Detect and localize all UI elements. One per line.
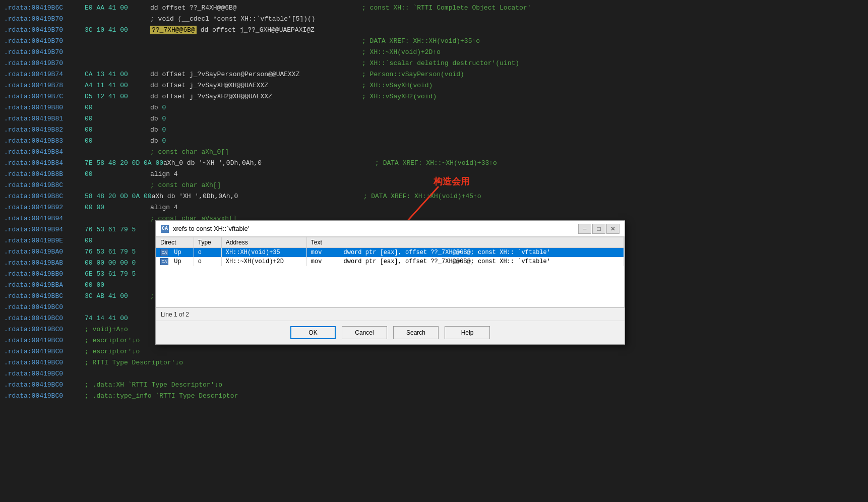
cell-type: o (194, 257, 221, 266)
disasm-line[interactable]: .rdata:00419B70 ; XH::`scalar deleting d… (0, 57, 868, 69)
dialog-buttons: OK Cancel Search Help (156, 321, 625, 344)
disasm-line[interactable]: .rdata:00419B92 00 00 align 4 (0, 202, 868, 213)
disasm-line[interactable]: .rdata:00419B8C 58 48 20 0D 0A 00 aXh db… (0, 191, 868, 202)
disasm-line[interactable]: .rdata:00419BC0 (0, 368, 868, 379)
disasm-line[interactable]: .rdata:00419B84 ; const char aXh_0[] (0, 146, 868, 157)
col-direct: Direct (156, 237, 194, 248)
disasm-line[interactable]: .rdata:00419B70 ; DATA XREF: XH::XH(void… (0, 35, 868, 46)
disasm-line[interactable]: .rdata:00419B78 A4 11 41 00 dd offset j_… (0, 80, 868, 91)
row-icon: CA (160, 249, 168, 256)
row-icon: CA (160, 258, 168, 265)
cancel-button[interactable]: Cancel (342, 326, 387, 339)
dialog-window-controls: – □ ✕ (578, 224, 619, 234)
col-address: Address (221, 237, 306, 248)
disasm-line[interactable]: .rdata:00419BC0 ; .data:type_info `RTTI … (0, 390, 868, 401)
cell-direction: CA Up (156, 248, 194, 258)
xrefs-table-container: Direct Type Address Text CA Up o XH::XH(… (156, 237, 625, 307)
minimize-button[interactable]: – (578, 224, 591, 234)
disasm-line[interactable]: .rdata:00419B6C E0 AA 41 00 dd offset ??… (0, 2, 868, 13)
close-button[interactable]: ✕ (606, 224, 619, 234)
cell-direction: CA Up (156, 257, 194, 266)
disasm-line[interactable]: .rdata:00419B80 00 db 0 (0, 102, 868, 113)
disasm-line[interactable]: .rdata:00419B81 00 db 0 (0, 113, 868, 124)
disasm-line[interactable]: .rdata:00419BC0 ; escriptor'↓o (0, 346, 868, 357)
cell-address: XH::~XH(void)+2D (221, 257, 306, 266)
disasm-line[interactable]: .rdata:00419BC0 ; RTTI Type Descriptor'↓… (0, 357, 868, 368)
dialog-statusbar: Line 1 of 2 (156, 307, 625, 321)
table-header-row: Direct Type Address Text (156, 237, 624, 248)
cell-text: mov dword ptr [eax], offset ??_7XH@@6B@;… (306, 257, 624, 266)
table-row[interactable]: CA Up o XH::~XH(void)+2D mov dword ptr [… (156, 257, 624, 266)
disasm-line[interactable]: .rdata:00419B82 00 db 0 (0, 124, 868, 135)
disasm-line[interactable]: .rdata:00419BC0 ; .data:XH `RTTI Type De… (0, 379, 868, 390)
search-button[interactable]: Search (393, 326, 439, 339)
highlighted-token: ??_7XH@@6B@ (150, 26, 197, 34)
disasm-line[interactable]: .rdata:00419B74 CA 13 41 00 dd offset j_… (0, 69, 868, 80)
disasm-line[interactable]: .rdata:00419B84 7E 58 48 20 0D 0A 00 aXh… (0, 157, 868, 168)
col-text: Text (306, 237, 624, 248)
disasm-line[interactable]: .rdata:00419B7C D5 12 41 00 dd offset j_… (0, 91, 868, 102)
disasm-line[interactable]: .rdata:00419B70 ; XH::~XH(void)+2D↑o (0, 46, 868, 57)
disasm-line[interactable]: .rdata:00419B83 00 db 0 (0, 135, 868, 146)
disasm-line[interactable]: .rdata:00419B70 3C 10 41 00 ??_7XH@@6B@ … (0, 24, 868, 35)
col-type: Type (194, 237, 221, 248)
xrefs-table: Direct Type Address Text CA Up o XH::XH(… (156, 237, 624, 266)
dialog-titlebar: CA xrefs to const XH::`vftable' – □ ✕ (156, 221, 625, 237)
maximize-button[interactable]: □ (592, 224, 605, 234)
cell-address: XH::XH(void)+35 (221, 248, 306, 258)
disasm-line[interactable]: .rdata:00419B70 ; void (__cdecl *const X… (0, 13, 868, 24)
help-button[interactable]: Help (445, 326, 490, 339)
table-row[interactable]: CA Up o XH::XH(void)+35 mov dword ptr [e… (156, 248, 624, 258)
status-text: Line 1 of 2 (161, 311, 189, 318)
dialog-title: xrefs to const XH::`vftable' (173, 225, 249, 232)
xrefs-dialog: CA xrefs to const XH::`vftable' – □ ✕ Di… (155, 220, 625, 345)
cell-text: mov dword ptr [eax], offset ??_7XH@@6B@;… (306, 248, 624, 258)
ok-button[interactable]: OK (290, 326, 336, 339)
cell-type: o (194, 248, 221, 258)
constructor-annotation: 构造会用 (433, 175, 470, 187)
dialog-icon: CA (161, 225, 169, 233)
